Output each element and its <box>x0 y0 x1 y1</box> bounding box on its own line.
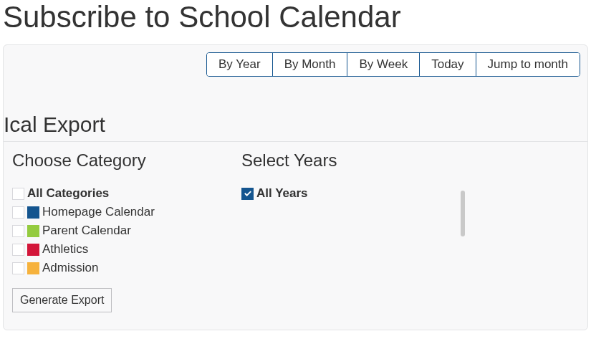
all-categories-label: All Categories <box>27 186 109 201</box>
category-option[interactable]: Parent Calendar <box>12 224 213 238</box>
checkbox-empty-icon <box>12 225 24 237</box>
view-switcher-row: By Year By Month By Week Today Jump to m… <box>4 45 587 77</box>
by-month-button[interactable]: By Month <box>273 53 348 76</box>
years-heading: Select Years <box>241 150 456 171</box>
checkbox-empty-icon <box>12 244 24 256</box>
category-label: Homepage Calendar <box>42 205 155 219</box>
checkbox-empty-icon <box>12 262 24 274</box>
years-column: Select Years All Years <box>241 150 456 279</box>
category-heading: Choose Category <box>12 150 213 171</box>
all-years-label: All Years <box>256 186 308 201</box>
today-button[interactable]: Today <box>420 53 476 76</box>
category-label: Athletics <box>42 242 88 257</box>
category-option[interactable]: Homepage Calendar <box>12 205 213 219</box>
export-form: Choose Category All Categories Homepage … <box>4 142 587 288</box>
page-title: Subscribe to School Calendar <box>0 0 591 44</box>
by-week-button[interactable]: By Week <box>347 53 420 76</box>
generate-export-button[interactable]: Generate Export <box>12 288 112 312</box>
section-title: Ical Export <box>4 77 587 141</box>
jump-to-month-button[interactable]: Jump to month <box>476 53 580 76</box>
category-color-swatch <box>27 244 39 256</box>
calendar-panel: By Year By Month By Week Today Jump to m… <box>3 44 588 330</box>
by-year-button[interactable]: By Year <box>207 53 273 76</box>
category-column: Choose Category All Categories Homepage … <box>12 150 213 279</box>
generate-row: Generate Export <box>4 288 587 330</box>
scrollbar-thumb[interactable] <box>461 191 465 236</box>
category-option[interactable]: Admission <box>12 261 213 275</box>
category-color-swatch <box>27 206 39 219</box>
all-categories-option[interactable]: All Categories <box>12 186 213 201</box>
all-years-option[interactable]: All Years <box>241 186 456 201</box>
view-switcher: By Year By Month By Week Today Jump to m… <box>206 52 580 77</box>
checkbox-empty-icon <box>12 188 24 200</box>
category-label: Admission <box>42 261 98 275</box>
category-color-swatch <box>27 225 39 237</box>
category-option[interactable]: Athletics <box>12 242 213 257</box>
checkbox-empty-icon <box>12 206 24 219</box>
category-color-swatch <box>27 262 39 274</box>
checkbox-checked-icon <box>241 188 254 200</box>
category-label: Parent Calendar <box>42 224 131 238</box>
